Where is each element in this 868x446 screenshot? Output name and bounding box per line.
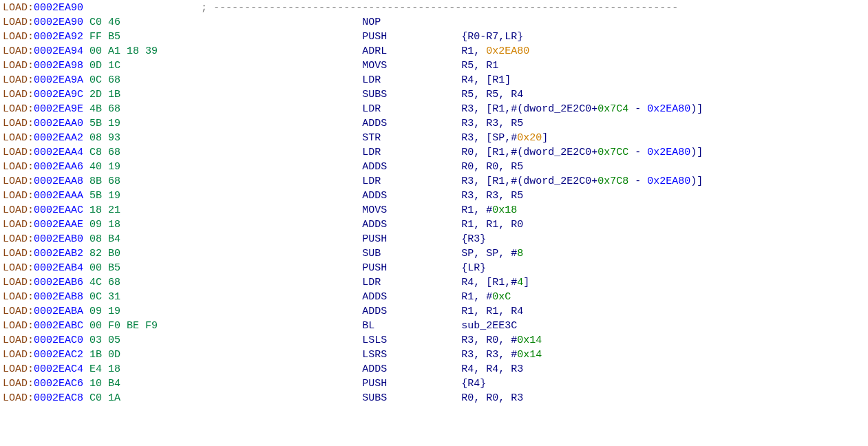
- disasm-line[interactable]: LOAD:0002EABC 00 F0 BE F9 BL sub_2EE3C: [3, 319, 865, 333]
- operand-part: )]: [690, 147, 703, 158]
- colon: :: [28, 306, 34, 317]
- segment-label: LOAD: [3, 45, 28, 57]
- disasm-line[interactable]: LOAD:0002EAC8 C0 1A SUBS R0, R0, R3: [3, 391, 865, 405]
- operands: {R4}: [461, 378, 486, 390]
- segment-label: LOAD: [3, 204, 28, 216]
- segment-label: LOAD: [3, 378, 28, 390]
- opcode-bytes: 1B 0D: [89, 349, 362, 361]
- address: 0002EA92: [34, 31, 83, 43]
- segment-label: LOAD: [3, 161, 28, 173]
- operand-part: 0x2EA80: [647, 103, 690, 115]
- disasm-line[interactable]: LOAD:0002EAA2 08 93 STR R3, [SP,#0x20]: [3, 131, 865, 145]
- disasm-line[interactable]: LOAD:0002EA90 C0 46 NOP: [3, 15, 865, 30]
- segment-label: LOAD: [3, 262, 28, 274]
- disasm-line[interactable]: LOAD:0002EAB4 00 B5 PUSH {LR}: [3, 261, 865, 275]
- operand-part: 0xC: [492, 291, 511, 303]
- address: 0002EAA8: [34, 176, 83, 187]
- disassembly-listing[interactable]: LOAD:0002EA90 ; ------------------------…: [0, 0, 868, 406]
- operand-part: R3, R3, R5: [461, 118, 523, 129]
- disasm-line[interactable]: LOAD:0002EAAC 18 21 MOVS R1, #0x18: [3, 203, 865, 217]
- opcode-bytes: 09 18: [89, 219, 362, 231]
- operand-part: 0x2EA80: [486, 45, 529, 57]
- disasm-line[interactable]: LOAD:0002EABA 09 19 ADDS R1, R1, R4: [3, 304, 865, 319]
- disasm-line[interactable]: LOAD:0002EA94 00 A1 18 39 ADRL R1, 0x2EA…: [3, 44, 865, 59]
- segment-label: LOAD: [3, 291, 28, 303]
- opcode-bytes: 2D 1B: [89, 89, 362, 100]
- operand-part: R5, R1: [461, 60, 498, 72]
- operand-part: )]: [690, 176, 703, 187]
- opcode-bytes: C8 68: [89, 147, 362, 158]
- disasm-line[interactable]: LOAD:0002EAA6 40 19 ADDS R0, R0, R5: [3, 160, 865, 174]
- segment-label: LOAD: [3, 233, 28, 245]
- opcode-bytes: 5B 19: [89, 190, 362, 202]
- address: 0002EAAA: [34, 190, 83, 202]
- colon: :: [28, 219, 34, 231]
- address: 0002EAB0: [34, 233, 83, 245]
- opcode-bytes: 8B 68: [89, 176, 362, 187]
- segment-label: LOAD: [3, 190, 28, 202]
- disasm-line[interactable]: LOAD:0002EA9C 2D 1B SUBS R5, R5, R4: [3, 87, 865, 102]
- disasm-line[interactable]: LOAD:0002EAA8 8B 68 LDR R3, [R1,#(dword_…: [3, 174, 865, 189]
- operands: R1, R1, R0: [461, 219, 523, 231]
- mnemonic: MOVS: [362, 60, 461, 72]
- operand-part: ]: [542, 132, 548, 144]
- operand-part: {R4}: [461, 378, 486, 390]
- disasm-line[interactable]: LOAD:0002EA90 ; ------------------------…: [3, 1, 865, 15]
- operand-part: 0x14: [517, 334, 542, 346]
- operand-part: ]: [523, 277, 529, 288]
- disasm-line[interactable]: LOAD:0002EA9A 0C 68 LDR R4, [R1]: [3, 73, 865, 87]
- opcode-bytes: FF B5: [89, 31, 362, 43]
- disasm-line[interactable]: LOAD:0002EA98 0D 1C MOVS R5, R1: [3, 59, 865, 73]
- operands: R0, R0, R3: [461, 392, 523, 404]
- operand-part: -: [628, 147, 647, 158]
- operands: {R0-R7,LR}: [461, 31, 523, 43]
- disasm-line[interactable]: LOAD:0002EAAE 09 18 ADDS R1, R1, R0: [3, 217, 865, 232]
- operands: R4, R4, R3: [461, 363, 523, 375]
- operands: R4, [R1,#4]: [461, 277, 529, 288]
- operand-part: R3, R3, R5: [461, 190, 523, 202]
- colon: :: [28, 89, 34, 100]
- colon: :: [28, 204, 34, 216]
- address: 0002EAA0: [34, 118, 83, 129]
- mnemonic: ADDS: [362, 219, 461, 231]
- operand-part: R5, R5, R4: [461, 89, 523, 100]
- colon: :: [28, 74, 34, 86]
- disasm-line[interactable]: LOAD:0002EA9E 4B 68 LDR R3, [R1,#(dword_…: [3, 102, 865, 116]
- opcode-bytes: C0 1A: [89, 392, 362, 404]
- segment-label: LOAD: [3, 363, 28, 375]
- colon: :: [28, 378, 34, 390]
- mnemonic: LDR: [362, 176, 461, 187]
- segment-label: LOAD: [3, 334, 28, 346]
- disasm-line[interactable]: LOAD:0002EAA0 5B 19 ADDS R3, R3, R5: [3, 116, 865, 131]
- disasm-line[interactable]: LOAD:0002EAAA 5B 19 ADDS R3, R3, R5: [3, 189, 865, 203]
- mnemonic: SUB: [362, 248, 461, 259]
- mnemonic: PUSH: [362, 262, 461, 274]
- mnemonic: PUSH: [362, 378, 461, 390]
- disasm-line[interactable]: LOAD:0002EAC6 10 B4 PUSH {R4}: [3, 376, 865, 391]
- disasm-line[interactable]: LOAD:0002EAC4 E4 18 ADDS R4, R4, R3: [3, 362, 865, 376]
- opcode-bytes: 4C 68: [89, 277, 362, 288]
- operand-part: R0, [R1,#(dword_2E2C0+: [461, 147, 597, 158]
- colon: :: [28, 320, 34, 332]
- disasm-line[interactable]: LOAD:0002EAC2 1B 0D LSRS R3, R3, #0x14: [3, 348, 865, 362]
- operand-part: R0, R0, R3: [461, 392, 523, 404]
- disasm-line[interactable]: LOAD:0002EA92 FF B5 PUSH {R0-R7,LR}: [3, 30, 865, 44]
- disasm-line[interactable]: LOAD:0002EAB6 4C 68 LDR R4, [R1,#4]: [3, 275, 865, 290]
- operands: R3, [R1,#(dword_2E2C0+0x7C4 - 0x2EA80)]: [461, 103, 703, 115]
- mnemonic: LDR: [362, 74, 461, 86]
- segment-label: LOAD: [3, 176, 28, 187]
- address: 0002EA90: [34, 17, 83, 28]
- disasm-line[interactable]: LOAD:0002EAB0 08 B4 PUSH {R3}: [3, 232, 865, 246]
- colon: :: [28, 334, 34, 346]
- disasm-line[interactable]: LOAD:0002EAB2 82 B0 SUB SP, SP, #8: [3, 246, 865, 261]
- mnemonic: MOVS: [362, 204, 461, 216]
- operand-part: )]: [690, 103, 703, 115]
- disasm-line[interactable]: LOAD:0002EAA4 C8 68 LDR R0, [R1,#(dword_…: [3, 145, 865, 160]
- segment-label: LOAD: [3, 60, 28, 72]
- operand-part: 0x20: [517, 132, 542, 144]
- address: 0002EAAC: [34, 204, 83, 216]
- operands: R5, R5, R4: [461, 89, 523, 100]
- disasm-line[interactable]: LOAD:0002EAC0 03 05 LSLS R3, R0, #0x14: [3, 333, 865, 348]
- disasm-line[interactable]: LOAD:0002EAB8 0C 31 ADDS R1, #0xC: [3, 290, 865, 304]
- operand-part: R4, [R1,#: [461, 277, 517, 288]
